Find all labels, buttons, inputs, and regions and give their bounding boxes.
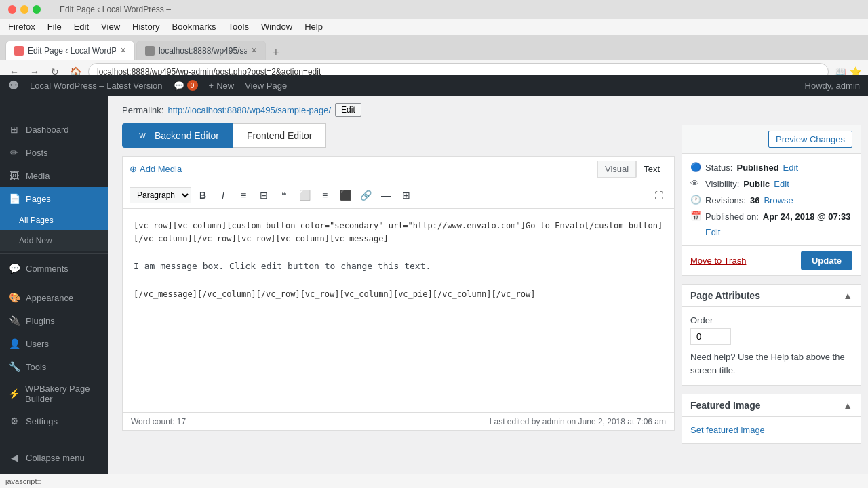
menu-file[interactable]: File	[47, 22, 62, 32]
publish-box-content: 🔵 Status: Published Edit 👁 Visibility: P…	[682, 154, 861, 245]
tab-close-2[interactable]: ✕	[251, 46, 257, 55]
featured-image-toggle[interactable]: ▲	[843, 400, 852, 411]
sidebar-item-comments[interactable]: 💬 Comments	[0, 257, 108, 280]
order-input[interactable]	[690, 328, 731, 345]
close-window-button[interactable]	[8, 5, 16, 14]
media-icon: 🖼	[8, 169, 20, 182]
sidebar-item-media[interactable]: 🖼 Media	[0, 164, 108, 187]
sidebar-item-appearance[interactable]: 🎨 Appearance	[0, 286, 108, 309]
visibility-value: Public	[743, 179, 770, 189]
editor-area: Permalink: http://localhost:8888/wp495/s…	[108, 96, 682, 488]
align-left-button[interactable]: ⬜	[296, 186, 313, 204]
menu-firefox[interactable]: Firefox	[8, 22, 35, 32]
italic-button[interactable]: I	[214, 186, 232, 204]
text-tab[interactable]: Text	[636, 161, 667, 178]
bold-button[interactable]: B	[194, 186, 212, 204]
menu-edit[interactable]: Edit	[74, 22, 89, 32]
word-count: Word count: 17	[131, 417, 186, 426]
maximize-window-button[interactable]	[33, 5, 41, 14]
editor-line-2: I am message box. Click edit button to c…	[134, 260, 663, 274]
browser-tab-1[interactable]: Edit Page ‹ Local WordPress – ✕	[5, 41, 135, 60]
page-attributes-box: Page Attributes ▲ Order Need help? Use t…	[682, 284, 861, 386]
adminbar-site-name[interactable]: Local WordPress – Latest Version	[30, 81, 163, 91]
sidebar-item-wpbakery[interactable]: ⚡ WPBakery Page Builder	[0, 378, 108, 409]
published-icon: 📅	[690, 211, 701, 222]
editor-toolbar-format: Paragraph B I ≡ ⊟ ❝ ⬜ ≡ ⬛ 🔗 — ⊞ ⛶	[123, 182, 674, 209]
sidebar-item-add-new[interactable]: Add New	[0, 230, 108, 251]
visual-tab[interactable]: Visual	[597, 161, 636, 178]
new-tab-button[interactable]: +	[269, 45, 283, 60]
tab-close-1[interactable]: ✕	[120, 46, 126, 55]
plugins-icon: 🔌	[8, 314, 20, 327]
adminbar-howdy: Howdy, admin	[805, 81, 860, 91]
sidebar-item-all-pages[interactable]: All Pages	[0, 210, 108, 230]
page-attributes-content: Order Need help? Use the Help tab above …	[682, 307, 861, 385]
menu-history[interactable]: History	[132, 22, 159, 32]
align-right-button[interactable]: ⬛	[336, 186, 354, 204]
move-to-trash-button[interactable]: Move to Trash	[690, 256, 746, 266]
preview-changes-button[interactable]: Preview Changes	[768, 131, 852, 148]
link-button[interactable]: 🔗	[357, 186, 374, 204]
add-media-button[interactable]: ⊕ Add Media	[130, 164, 182, 174]
editor-content[interactable]: [vc_row][vc_column][custom_button color=…	[123, 209, 674, 412]
menu-bookmarks[interactable]: Bookmarks	[172, 22, 216, 32]
menu-tools[interactable]: Tools	[229, 22, 249, 32]
minimize-window-button[interactable]	[20, 5, 28, 14]
status-icon: 🔵	[690, 162, 701, 173]
sidebar-item-plugins[interactable]: 🔌 Plugins	[0, 309, 108, 332]
statusbar: javascript::	[0, 474, 868, 488]
revisions-browse-link[interactable]: Browse	[764, 195, 793, 205]
featured-image-header: Featured Image ▲	[682, 394, 861, 417]
published-on-row: 📅 Published on: Apr 24, 2018 @ 07:33	[690, 211, 852, 222]
sidebar-label-dashboard: Dashboard	[26, 125, 69, 135]
frontend-editor-button[interactable]: Frontend Editor	[233, 123, 327, 148]
blockquote-button[interactable]: ❝	[275, 186, 293, 204]
adminbar-new[interactable]: + New	[209, 81, 235, 91]
revisions-label: Revisions:	[705, 195, 746, 205]
sidebar-item-pages[interactable]: 📄 Pages	[0, 187, 108, 210]
menu-help[interactable]: Help	[304, 22, 323, 32]
settings-icon: ⚙	[8, 415, 20, 427]
fullscreen-button[interactable]: ⛶	[650, 186, 667, 204]
published-on-label: Published on:	[705, 211, 759, 222]
tab-title-2: localhost:8888/wp495/sample...	[159, 46, 247, 56]
sidebar-item-tools[interactable]: 🔧 Tools	[0, 355, 108, 378]
sidebar-collapse-label: Collapse menu	[26, 453, 85, 463]
revisions-value: 36	[750, 195, 760, 205]
status-edit-link[interactable]: Edit	[783, 163, 798, 173]
sidebar-item-users[interactable]: 👤 Users	[0, 332, 108, 355]
menu-view[interactable]: View	[101, 22, 120, 32]
visibility-edit-link[interactable]: Edit	[774, 179, 789, 189]
sidebar-label-tools: Tools	[26, 362, 46, 372]
sidebar-label-pages: Pages	[26, 194, 51, 204]
revisions-row: 🕐 Revisions: 36 Browse	[690, 195, 852, 205]
table-button[interactable]: ⊞	[397, 186, 415, 204]
sidebar-item-posts[interactable]: ✏ Posts	[0, 141, 108, 164]
sidebar-item-settings[interactable]: ⚙ Settings	[0, 409, 108, 432]
align-center-button[interactable]: ≡	[316, 186, 334, 204]
sidebar-label-media: Media	[26, 171, 50, 181]
sidebar-collapse[interactable]: ◀ Collapse menu	[0, 446, 108, 469]
bullet-list-button[interactable]: ≡	[235, 186, 252, 204]
update-button[interactable]: Update	[801, 251, 852, 270]
backend-editor-button[interactable]: W Backend Editor	[122, 123, 233, 148]
browser-tab-2[interactable]: localhost:8888/wp495/sample... ✕	[136, 41, 266, 60]
menu-window[interactable]: Window	[261, 22, 292, 32]
comments-icon: 💬	[8, 262, 20, 274]
editor-switcher: W Backend Editor Frontend Editor	[122, 123, 675, 148]
editor-box: ⊕ Add Media Visual Text Paragraph	[122, 156, 675, 431]
numbered-list-button[interactable]: ⊟	[255, 186, 273, 204]
paragraph-select[interactable]: Paragraph	[130, 187, 191, 203]
insert-more-button[interactable]: —	[377, 186, 395, 204]
tools-icon: 🔧	[8, 361, 20, 373]
sidebar-item-dashboard[interactable]: ⊞ Dashboard	[0, 118, 108, 141]
adminbar-comments[interactable]: 💬 0	[174, 80, 198, 91]
permalink-edit-button[interactable]: Edit	[335, 103, 361, 117]
set-featured-image-link[interactable]: Set featured image	[690, 425, 765, 435]
permalink-url[interactable]: http://localhost:8888/wp495/sample-page/	[167, 105, 331, 115]
sidebar-label-users: Users	[26, 339, 49, 349]
wp-logo-icon[interactable]: ⚉	[8, 78, 19, 93]
published-on-edit-link[interactable]: Edit	[705, 227, 720, 237]
page-attributes-toggle[interactable]: ▲	[843, 290, 852, 301]
adminbar-view-page[interactable]: View Page	[245, 81, 287, 91]
